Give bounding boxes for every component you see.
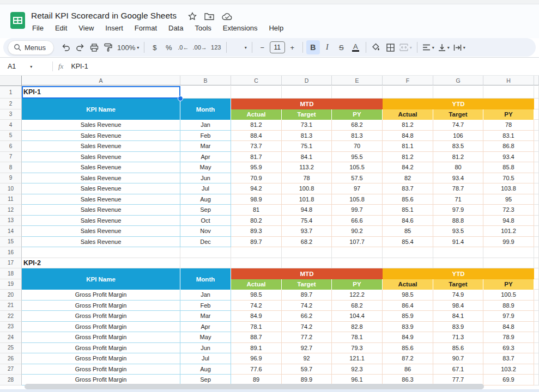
- cell-value[interactable]: 105.8: [332, 194, 383, 205]
- cloud-saved-icon[interactable]: [222, 13, 232, 20]
- column-header-G[interactable]: G: [433, 76, 483, 85]
- cell-value[interactable]: 84.2: [383, 162, 433, 173]
- cell-value[interactable]: 97.9: [483, 311, 534, 322]
- cell-value[interactable]: 81.2: [433, 152, 483, 163]
- cell-value[interactable]: 74.2: [282, 301, 332, 311]
- row-header-4[interactable]: 4: [0, 120, 22, 131]
- cell-value[interactable]: 98.9: [231, 194, 282, 205]
- cell[interactable]: [483, 258, 534, 269]
- paint-format-button[interactable]: [101, 40, 115, 54]
- cell-value[interactable]: 82.8: [332, 322, 383, 333]
- cell-value[interactable]: 81.2: [383, 152, 433, 163]
- select-all-corner[interactable]: [0, 76, 22, 86]
- cell[interactable]: [534, 109, 539, 120]
- cell-value[interactable]: 70.9: [231, 173, 282, 184]
- row-header-17[interactable]: 17: [0, 258, 22, 269]
- horizontal-scrollbar[interactable]: [25, 384, 484, 389]
- cell-kpi-name[interactable]: Gross Profit Margin: [22, 311, 180, 322]
- cell[interactable]: [383, 247, 433, 258]
- cell[interactable]: [433, 86, 483, 99]
- menu-item-edit[interactable]: Edit: [53, 23, 69, 33]
- cell-value[interactable]: 95: [483, 194, 534, 205]
- search-menus-button[interactable]: Menus: [8, 40, 54, 55]
- cell-value[interactable]: 87.2: [383, 353, 433, 364]
- cell[interactable]: [231, 247, 282, 258]
- cell-month[interactable]: Oct: [180, 216, 231, 226]
- cell-value[interactable]: 78.9: [483, 332, 534, 343]
- cell[interactable]: [22, 247, 180, 258]
- cell-month[interactable]: Aug: [180, 194, 231, 205]
- decrease-font-size-button[interactable]: −: [256, 40, 269, 54]
- borders-button[interactable]: [384, 40, 397, 54]
- row-header-19[interactable]: 19: [0, 279, 22, 290]
- cell-value[interactable]: 81.2: [231, 120, 282, 131]
- cell-value[interactable]: 71.3: [433, 332, 483, 343]
- cell-value[interactable]: 89.7: [282, 290, 332, 301]
- cell-kpi-name[interactable]: Gross Profit Margin: [22, 301, 180, 311]
- cell[interactable]: [282, 247, 332, 258]
- cell[interactable]: [534, 194, 539, 205]
- cell-value[interactable]: 83.7: [483, 353, 534, 364]
- cell-value[interactable]: 101.8: [282, 194, 332, 205]
- row-header-24[interactable]: 24: [0, 332, 22, 343]
- cell-value[interactable]: 98.5: [383, 290, 433, 301]
- cell[interactable]: [180, 258, 231, 269]
- star-icon[interactable]: [188, 12, 197, 21]
- cell-value[interactable]: 68.2: [332, 301, 383, 311]
- cell-month[interactable]: Dec: [180, 237, 231, 248]
- cell[interactable]: [534, 290, 539, 301]
- menu-item-tools[interactable]: Tools: [193, 23, 213, 33]
- cell-value[interactable]: 85.4: [383, 237, 433, 248]
- row-header-18[interactable]: 18: [0, 268, 22, 279]
- cell-value[interactable]: 88.9: [483, 301, 534, 311]
- text-color-button[interactable]: A: [349, 40, 362, 54]
- cell[interactable]: [180, 86, 231, 99]
- cell-value[interactable]: 97: [332, 183, 383, 194]
- cell-value[interactable]: 77.2: [282, 332, 332, 343]
- cell-value[interactable]: 100.5: [483, 290, 534, 301]
- cell[interactable]: [534, 237, 539, 248]
- cell-value[interactable]: 79.3: [332, 343, 383, 354]
- column-header-C[interactable]: C: [231, 76, 282, 85]
- formula-input[interactable]: KPI-1: [71, 63, 88, 70]
- cell-value[interactable]: 78.7: [433, 183, 483, 194]
- cell-value[interactable]: 89.1: [231, 343, 282, 354]
- name-box[interactable]: A1 ▾: [0, 63, 50, 70]
- cell-value[interactable]: 121.1: [332, 353, 383, 364]
- row-header-5[interactable]: 5: [0, 131, 22, 142]
- cell-value[interactable]: 103.2: [483, 364, 534, 375]
- cell-value[interactable]: 81.1: [383, 141, 433, 152]
- cell[interactable]: [483, 86, 534, 99]
- menu-item-insert[interactable]: Insert: [104, 23, 125, 33]
- cell-kpi-name[interactable]: Sales Revenue: [22, 226, 180, 237]
- cell[interactable]: [534, 268, 539, 279]
- cell[interactable]: [180, 247, 231, 258]
- column-header-H[interactable]: H: [483, 76, 534, 85]
- cell[interactable]: [534, 205, 539, 216]
- row-header-22[interactable]: 22: [0, 311, 22, 322]
- cell[interactable]: [483, 247, 534, 258]
- print-button[interactable]: [87, 40, 101, 54]
- cell-value[interactable]: 95.9: [231, 162, 282, 173]
- cell-value[interactable]: 70.5: [483, 173, 534, 184]
- cell-value[interactable]: 59.7: [282, 364, 332, 375]
- row-header-9[interactable]: 9: [0, 173, 22, 184]
- cell[interactable]: [534, 99, 539, 109]
- row-header-25[interactable]: 25: [0, 343, 22, 354]
- increase-decimal-button[interactable]: .00→: [191, 40, 208, 54]
- cell[interactable]: [383, 86, 433, 99]
- row-header-6[interactable]: 6: [0, 141, 22, 152]
- row-header-16[interactable]: 16: [0, 247, 22, 258]
- cell-value[interactable]: 88.8: [433, 216, 483, 226]
- cell[interactable]: [534, 131, 539, 142]
- cell-month[interactable]: Jul: [180, 183, 231, 194]
- cell[interactable]: [231, 258, 282, 269]
- cell-value[interactable]: 80: [433, 162, 483, 173]
- cell-value[interactable]: 81.3: [282, 131, 332, 142]
- cell[interactable]: [383, 258, 433, 269]
- cell[interactable]: [534, 152, 539, 163]
- cell-value[interactable]: 85.8: [483, 162, 534, 173]
- cell-value[interactable]: 83.1: [483, 131, 534, 142]
- row-header-20[interactable]: 20: [0, 290, 22, 301]
- horizontal-align-button[interactable]: ▾: [421, 40, 436, 54]
